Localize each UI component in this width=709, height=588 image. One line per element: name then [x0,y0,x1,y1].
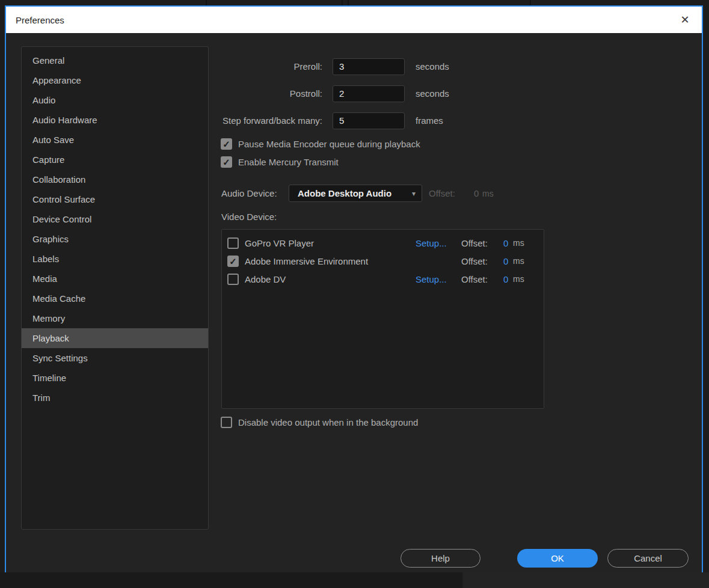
video-device-row-immersive: ✓ Adobe Immersive Environment Offset: 0 … [222,252,544,270]
offset-unit: ms [513,256,524,266]
check-icon: ✓ [223,139,230,149]
background-panel-seam [530,0,531,5]
audio-device-dropdown[interactable]: Adobe Desktop Audio ▾ [289,185,422,202]
postroll-unit: seconds [416,88,449,99]
step-forward-back-input[interactable] [333,112,405,129]
step-forward-back-label: Step forward/back many: [221,115,333,126]
step-forward-back-row: Step forward/back many: frames [221,112,443,129]
audio-offset-value: 0 [474,188,479,198]
video-device-list: ✓ GoPro VR Player Setup... Offset: 0 ms … [221,229,544,409]
disable-video-output-label: Disable video output when in the backgro… [238,417,418,427]
preroll-input[interactable] [333,58,405,75]
sidebar-item-timeline[interactable]: Timeline [22,368,208,388]
sidebar-item-appearance[interactable]: Appearance [22,70,208,90]
background-panel-seam [206,0,207,5]
sidebar-item-media-cache[interactable]: Media Cache [22,289,208,308]
offset-label: Offset: [461,274,488,284]
gopro-vr-player-checkbox[interactable]: ✓ [227,237,239,249]
preroll-label: Preroll: [221,61,333,72]
sidebar-item-control-surface[interactable]: Control Surface [22,189,208,209]
sidebar-item-auto-save[interactable]: Auto Save [22,130,208,150]
sidebar-item-capture[interactable]: Capture [22,150,208,170]
dialog-body: General Appearance Audio Audio Hardware … [6,33,702,572]
preroll-unit: seconds [416,61,449,72]
sidebar-item-graphics[interactable]: Graphics [22,229,208,249]
offset-unit: ms [513,274,524,284]
close-icon[interactable]: ✕ [677,11,693,28]
pause-media-encoder-row: ✓ Pause Media Encoder queue during playb… [221,138,420,150]
pause-media-encoder-label: Pause Media Encoder queue during playbac… [238,139,420,149]
background-panel-seam [342,0,343,5]
audio-offset-label: Offset: [429,188,455,198]
device-name: Adobe DV [245,274,286,284]
background-panel [0,572,462,588]
check-icon: ✓ [229,257,237,266]
sidebar-item-media[interactable]: Media [22,269,208,289]
sidebar-item-audio[interactable]: Audio [22,90,208,110]
adobe-dv-setup-link[interactable]: Setup... [416,274,447,284]
sidebar-item-playback[interactable]: Playback [22,328,208,348]
help-button[interactable]: Help [401,549,480,568]
sidebar-item-collaboration[interactable]: Collaboration [22,170,208,189]
pause-media-encoder-checkbox[interactable]: ✓ [221,138,232,150]
check-icon: ✓ [223,158,230,167]
offset-value[interactable]: 0 [503,238,508,248]
sidebar-item-memory[interactable]: Memory [22,308,208,328]
video-device-row-adobe-dv: ✓ Adobe DV Setup... Offset: 0 ms [222,270,544,288]
offset-label: Offset: [461,256,488,266]
sidebar-item-trim[interactable]: Trim [22,388,208,408]
enable-mercury-transmit-row: ✓ Enable Mercury Transmit [221,156,339,168]
audio-offset-unit: ms [482,189,494,198]
dialog-titlebar: Preferences ✕ [6,7,702,33]
audio-device-value: Adobe Desktop Audio [298,188,391,198]
offset-unit: ms [513,238,524,248]
cancel-button[interactable]: Cancel [607,549,689,568]
device-name: Adobe Immersive Environment [245,256,368,266]
adobe-dv-checkbox[interactable]: ✓ [227,274,239,285]
sidebar-item-sync-settings[interactable]: Sync Settings [22,348,208,368]
sidebar-item-labels[interactable]: Labels [22,249,208,269]
offset-value[interactable]: 0 [503,274,508,284]
postroll-row: Postroll: seconds [221,85,449,102]
offset-label: Offset: [461,238,488,248]
background-panel-seam [348,0,349,5]
preferences-category-list: General Appearance Audio Audio Hardware … [21,46,209,530]
offset-value[interactable]: 0 [503,256,508,266]
enable-mercury-transmit-checkbox[interactable]: ✓ [221,156,232,168]
device-name: GoPro VR Player [245,238,314,248]
preroll-row: Preroll: seconds [221,58,449,75]
video-device-label: Video Device: [221,212,277,222]
enable-mercury-transmit-label: Enable Mercury Transmit [238,157,339,167]
sidebar-item-audio-hardware[interactable]: Audio Hardware [22,110,208,130]
preferences-dialog: Preferences ✕ General Appearance Audio A… [5,5,703,572]
postroll-label: Postroll: [221,88,333,99]
sidebar-item-general[interactable]: General [22,51,208,70]
background-panel [463,572,709,588]
video-device-row-gopro: ✓ GoPro VR Player Setup... Offset: 0 ms [222,234,544,252]
gopro-setup-link[interactable]: Setup... [416,238,447,248]
step-forward-back-unit: frames [416,115,443,126]
disable-video-output-checkbox[interactable]: ✓ [221,417,232,428]
sidebar-item-device-control[interactable]: Device Control [22,209,208,229]
adobe-immersive-environment-checkbox[interactable]: ✓ [227,256,239,267]
ok-button[interactable]: OK [517,549,598,568]
chevron-down-icon: ▾ [412,189,416,198]
audio-device-label: Audio Device: [221,188,277,198]
disable-video-output-row: ✓ Disable video output when in the backg… [221,417,418,428]
postroll-input[interactable] [333,85,405,102]
dialog-title: Preferences [16,15,64,25]
